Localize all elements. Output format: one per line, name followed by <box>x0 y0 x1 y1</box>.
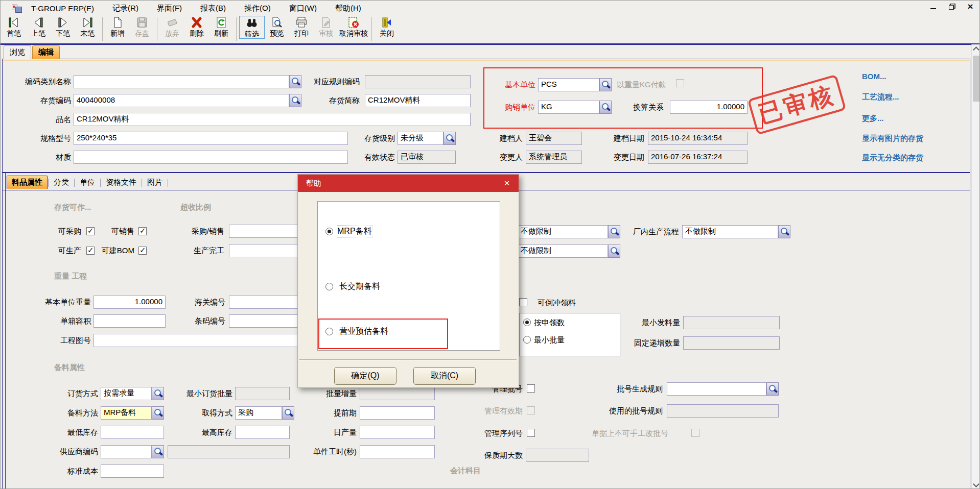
supplier-code-lookup-icon[interactable] <box>152 445 164 458</box>
minimize-icon[interactable] <box>929 3 938 11</box>
coding-type-input[interactable] <box>74 75 289 88</box>
no-manual-batch-checkbox[interactable] <box>691 429 699 437</box>
toolbar-save-button[interactable]: 存盘 <box>130 16 154 38</box>
link-process-flow[interactable]: 工艺流程... <box>862 92 899 102</box>
mrp-limit-input[interactable]: 不做限制 <box>518 225 608 238</box>
stock-code-lookup-icon[interactable] <box>289 94 301 107</box>
supplier-code-input[interactable] <box>101 445 152 458</box>
mrp-limit-lookup-icon[interactable] <box>608 225 620 238</box>
toolbar-abandon-button[interactable]: 放弃 <box>160 16 184 38</box>
min-stock-input[interactable] <box>101 426 164 439</box>
scrollbar-thumb[interactable] <box>973 56 979 102</box>
toolbar-print-button[interactable]: 打印 <box>289 16 314 38</box>
link-show-unclassified[interactable]: 显示无分类的存货 <box>862 153 923 163</box>
daily-output-input[interactable] <box>360 426 435 439</box>
order-mode-input[interactable]: 按需求量 <box>101 387 152 400</box>
dialog-close-icon[interactable]: × <box>501 178 512 189</box>
ok-button[interactable]: 确定(Q) <box>334 367 396 385</box>
bomable-label: 可建BOM <box>91 246 134 256</box>
prep-method-lookup-icon[interactable] <box>152 406 164 420</box>
purchasable-checkbox[interactable] <box>86 227 95 235</box>
factory-flow-input[interactable]: 不做限制 <box>682 225 778 238</box>
limit2-input[interactable]: 不做限制 <box>518 244 608 258</box>
subtab-qualification[interactable]: 资格文件 <box>101 176 141 189</box>
menu-record[interactable]: 记录(R) <box>103 4 148 13</box>
bomable-checkbox[interactable] <box>138 247 147 255</box>
subtab-image[interactable]: 图片 <box>143 176 167 189</box>
purchasable-label: 可采购 <box>34 227 81 236</box>
sellable-checkbox[interactable] <box>138 227 147 235</box>
lead-time-input[interactable] <box>360 406 435 420</box>
manage-expiry-checkbox[interactable] <box>527 406 535 414</box>
link-bom[interactable]: BOM... <box>862 72 886 81</box>
toolbar-preview-button[interactable]: 预览 <box>265 16 289 38</box>
option-mrp-radio[interactable] <box>325 228 333 235</box>
menu-interface[interactable]: 界面(F) <box>148 4 191 13</box>
cancel-button[interactable]: 取消(C) <box>413 367 476 385</box>
toolbar-new-button[interactable]: 新增 <box>105 16 130 38</box>
acquire-mode-lookup-icon[interactable] <box>282 406 294 420</box>
box-volume-input[interactable] <box>94 314 166 328</box>
help-dialog: 帮助 × MRP备料 长交期备料 营业预估备料 确定(Q) 取消(C) <box>297 174 519 388</box>
link-show-with-image[interactable]: 显示有图片的存货 <box>862 134 923 143</box>
tab-browse[interactable]: 浏览 <box>4 45 31 59</box>
manage-serial-checkbox[interactable] <box>527 429 535 437</box>
batch-rule-input[interactable] <box>667 382 766 396</box>
toolbar-cancel-audit-button[interactable]: 取消审核 <box>338 16 369 38</box>
toolbar-last-button[interactable]: 末笔 <box>75 16 100 38</box>
stock-level-input[interactable]: 未分级 <box>398 132 444 145</box>
toolbar-audit-button[interactable]: 审核 <box>314 16 338 38</box>
toolbar-close-button[interactable]: 关闭 <box>375 16 399 38</box>
close-window-icon[interactable]: × <box>966 3 974 11</box>
factory-flow-label: 厂内生产流程 <box>623 227 679 237</box>
toolbar-refresh-button[interactable]: 刷新 <box>209 16 234 38</box>
menu-window[interactable]: 窗口(W) <box>280 4 326 13</box>
base-weight-input[interactable]: 1.00000 <box>94 296 166 309</box>
toolbar-next-button[interactable]: 下笔 <box>51 16 75 38</box>
menu-help[interactable]: 帮助(H) <box>326 4 370 13</box>
spec-input[interactable]: 250*240*35 <box>74 132 348 145</box>
subtab-item-attributes[interactable]: 料品属性 <box>7 176 48 189</box>
std-cost-input[interactable] <box>101 464 164 478</box>
order-mode-lookup-icon[interactable] <box>152 387 164 400</box>
vertical-scrollbar[interactable] <box>971 44 980 489</box>
box-volume-label: 单箱容积 <box>50 316 91 326</box>
menu-report[interactable]: 报表(B) <box>191 4 235 13</box>
option-mrp-label[interactable]: MRP备料 <box>337 226 372 237</box>
acquire-mode-input[interactable]: 采购 <box>235 406 282 420</box>
exit-door-icon <box>380 16 393 29</box>
stock-level-lookup-icon[interactable] <box>444 132 456 145</box>
stock-abbr-input[interactable]: CR12MOV精料 <box>365 94 471 107</box>
issue-by-min-batch-radio[interactable] <box>523 336 531 344</box>
menu-tgroup-erp[interactable]: T-GROUP ERP(E) <box>22 4 103 13</box>
option-long-lead-radio[interactable] <box>325 283 333 290</box>
manage-batch-checkbox[interactable] <box>527 384 535 393</box>
limit2-lookup-icon[interactable] <box>608 244 620 258</box>
material-input[interactable] <box>74 151 348 164</box>
drawing-no-input[interactable] <box>94 334 328 347</box>
max-stock-input[interactable] <box>235 426 290 439</box>
option-long-lead-label[interactable]: 长交期备料 <box>339 281 380 292</box>
subtab-category[interactable]: 分类 <box>49 176 74 189</box>
menu-operation[interactable]: 操作(O) <box>235 4 280 13</box>
toolbar-first-button[interactable]: 首笔 <box>2 16 26 38</box>
restore-icon[interactable] <box>948 3 956 11</box>
subtab-unit[interactable]: 单位 <box>75 176 100 189</box>
item-name-input[interactable]: CR12MOV精料 <box>74 113 471 126</box>
scroll-up-icon[interactable] <box>973 46 979 53</box>
manage-expiry-label: 管理有效期 <box>477 406 523 416</box>
toolbar-delete-button[interactable]: 删除 <box>184 16 209 38</box>
unit-work-sec-input[interactable] <box>360 445 435 458</box>
help-dialog-titlebar[interactable]: 帮助 × <box>298 175 519 192</box>
prep-method-input[interactable]: MRP备料 <box>101 406 152 420</box>
stock-code-input[interactable]: 400400008 <box>74 94 289 107</box>
link-more[interactable]: 更多... <box>862 114 884 124</box>
backflush-checkbox[interactable] <box>519 298 527 306</box>
toolbar-prev-button[interactable]: 上笔 <box>26 16 51 38</box>
issue-by-request-radio[interactable] <box>523 319 531 326</box>
factory-flow-lookup-icon[interactable] <box>778 225 790 238</box>
toolbar-filter-button[interactable]: 筛选 <box>239 16 265 39</box>
batch-rule-lookup-icon[interactable] <box>766 382 779 396</box>
tab-edit[interactable]: 编辑 <box>32 45 60 59</box>
scroll-down-icon[interactable] <box>973 481 979 487</box>
